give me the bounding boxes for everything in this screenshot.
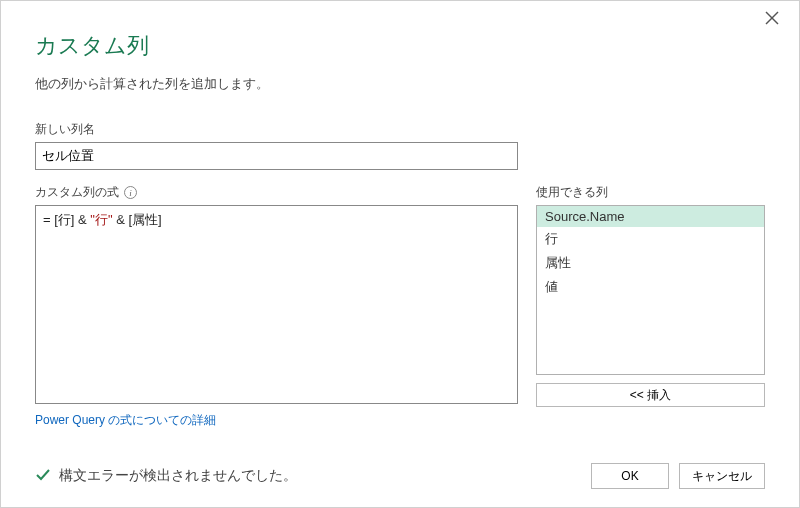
dialog-subtitle: 他の列から計算された列を追加します。 [35, 75, 765, 93]
column-name-label: 新しい列名 [35, 121, 765, 138]
help-link[interactable]: Power Query の式についての詳細 [35, 412, 216, 429]
cancel-button[interactable]: キャンセル [679, 463, 765, 489]
column-name-input[interactable] [35, 142, 518, 170]
insert-button[interactable]: << 挿入 [536, 383, 765, 407]
list-item[interactable]: 値 [537, 275, 764, 299]
formula-label-text: カスタム列の式 [35, 184, 119, 201]
formula-prefix: = [43, 212, 54, 227]
ok-button[interactable]: OK [591, 463, 669, 489]
check-icon [35, 467, 51, 486]
syntax-status: 構文エラーが検出されませんでした。 [35, 467, 297, 486]
close-icon [765, 11, 779, 25]
list-item[interactable]: Source.Name [537, 206, 764, 227]
available-columns-label: 使用できる列 [536, 184, 765, 201]
formula-ref-1: [行] [54, 212, 74, 227]
formula-string: "行" [90, 212, 112, 227]
dialog-content: カスタム列 他の列から計算された列を追加します。 新しい列名 カスタム列の式 i… [1, 1, 799, 447]
dialog-title: カスタム列 [35, 31, 765, 61]
available-columns-list[interactable]: Source.Name 行 属性 値 [536, 205, 765, 375]
info-icon[interactable]: i [124, 186, 137, 199]
formula-editor[interactable]: = [行] & "行" & [属性] [35, 205, 518, 404]
list-item[interactable]: 行 [537, 227, 764, 251]
formula-ref-2: [属性] [129, 212, 162, 227]
list-item[interactable]: 属性 [537, 251, 764, 275]
formula-op-2: & [113, 212, 129, 227]
formula-label: カスタム列の式 i [35, 184, 518, 201]
close-button[interactable] [765, 11, 785, 31]
dialog-footer: 構文エラーが検出されませんでした。 OK キャンセル [35, 463, 765, 489]
dialog-buttons: OK キャンセル [591, 463, 765, 489]
status-text: 構文エラーが検出されませんでした。 [59, 467, 297, 485]
formula-op-1: & [74, 212, 90, 227]
